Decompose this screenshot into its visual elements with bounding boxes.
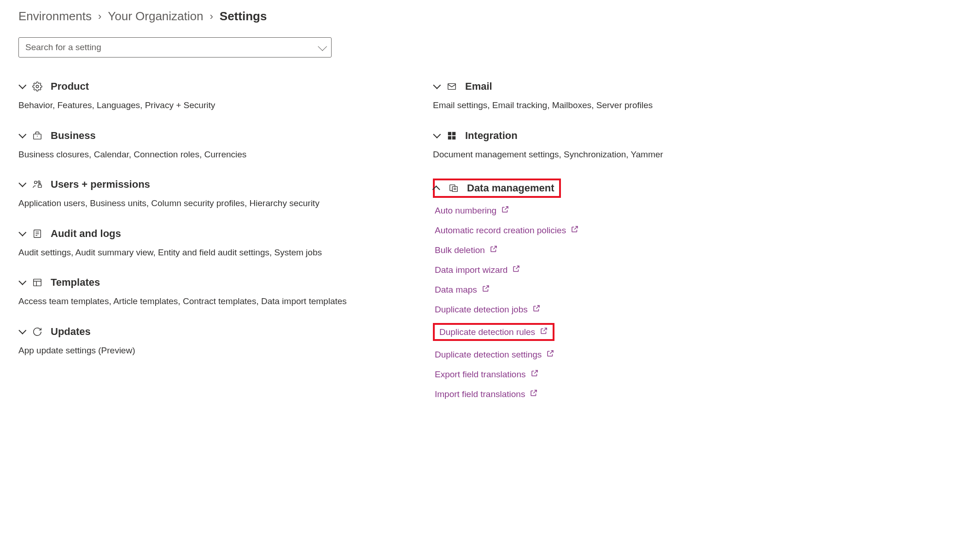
section-title: Data management [467, 182, 554, 194]
link-duplicate-detection-settings[interactable]: Duplicate detection settings [433, 348, 556, 361]
section-desc: Behavior, Features, Languages, Privacy +… [18, 99, 414, 112]
windows-icon [447, 131, 457, 141]
link-label: Duplicate detection jobs [435, 305, 528, 315]
chevron-down-icon [18, 277, 26, 285]
breadcrumb-environments[interactable]: Environments [18, 9, 92, 23]
link-bulk-deletion[interactable]: Bulk deletion [433, 244, 500, 256]
chevron-right-icon: › [98, 11, 101, 23]
svg-rect-12 [448, 84, 456, 90]
section-desc: Document management settings, Synchroniz… [433, 148, 829, 161]
svg-rect-13 [448, 132, 451, 135]
chevron-down-icon [433, 81, 441, 89]
svg-rect-4 [38, 185, 41, 188]
svg-rect-14 [452, 132, 455, 135]
section-desc: Audit settings, Audit summary view, Enti… [18, 246, 414, 259]
chevron-down-icon [433, 130, 441, 138]
link-label: Data maps [435, 285, 477, 295]
template-icon [32, 277, 42, 288]
database-icon [449, 183, 459, 193]
link-label: Duplicate detection rules [439, 327, 535, 337]
chevron-down-icon [18, 130, 26, 138]
section-desc: Application users, Business units, Colum… [18, 197, 414, 210]
breadcrumb-organization[interactable]: Your Organization [108, 9, 203, 23]
breadcrumb-current: Settings [220, 9, 267, 23]
svg-rect-16 [452, 136, 455, 139]
link-label: Export field translations [435, 369, 526, 380]
link-label: Import field translations [435, 389, 525, 399]
settings-column-left: Product Behavior, Features, Languages, P… [18, 81, 414, 418]
chevron-down-icon [18, 228, 26, 236]
refresh-icon [32, 327, 42, 337]
section-updates[interactable]: Updates [18, 326, 414, 338]
section-product[interactable]: Product [18, 81, 414, 92]
link-export-field-translations[interactable]: Export field translations [433, 368, 541, 381]
section-title: Email [465, 81, 492, 92]
external-link-icon [512, 265, 520, 275]
external-link-icon [546, 349, 554, 360]
external-link-icon [540, 327, 548, 337]
svg-rect-1 [34, 134, 41, 139]
section-desc: Business closures, Calendar, Connection … [18, 148, 414, 161]
chevron-down-icon [18, 81, 26, 89]
section-title: Audit and logs [51, 228, 121, 240]
link-auto-numbering[interactable]: Auto numbering [433, 204, 511, 217]
section-users-permissions[interactable]: Users + permissions [18, 179, 414, 190]
external-link-icon [571, 225, 579, 236]
section-desc: Email settings, Email tracking, Mailboxe… [433, 99, 829, 112]
settings-column-right: Email Email settings, Email tracking, Ma… [433, 81, 829, 418]
section-templates[interactable]: Templates [18, 277, 414, 288]
external-link-icon [531, 369, 539, 380]
chevron-right-icon: › [210, 11, 213, 23]
section-data-management[interactable]: Data management [435, 182, 554, 194]
people-lock-icon [32, 179, 42, 190]
section-title: Business [51, 130, 96, 142]
section-audit-logs[interactable]: Audit and logs [18, 228, 414, 240]
link-duplicate-detection-jobs[interactable]: Duplicate detection jobs [433, 303, 542, 316]
section-title: Users + permissions [51, 179, 150, 190]
link-label: Automatic record creation policies [435, 225, 566, 236]
link-label: Auto numbering [435, 206, 496, 216]
briefcase-icon [32, 131, 42, 141]
breadcrumb: Environments › Your Organization › Setti… [18, 9, 962, 23]
section-title: Templates [51, 277, 100, 288]
chevron-down-icon [18, 179, 26, 187]
chevron-down-icon [318, 42, 327, 51]
svg-point-3 [38, 181, 40, 183]
svg-point-0 [36, 85, 39, 88]
svg-rect-18 [452, 186, 457, 191]
mail-icon [447, 81, 457, 92]
svg-rect-9 [34, 279, 41, 286]
external-link-icon [532, 304, 541, 315]
search-input[interactable] [25, 42, 318, 52]
section-desc: App update settings (Preview) [18, 344, 414, 357]
gear-icon [32, 81, 42, 92]
section-email[interactable]: Email [433, 81, 829, 92]
link-label: Bulk deletion [435, 245, 485, 255]
link-data-maps[interactable]: Data maps [433, 283, 492, 296]
highlight-box: Duplicate detection rules [433, 323, 554, 341]
external-link-icon [490, 245, 498, 255]
link-duplicate-detection-rules[interactable]: Duplicate detection rules [438, 326, 550, 338]
link-auto-record-creation[interactable]: Automatic record creation policies [433, 224, 581, 236]
link-label: Duplicate detection settings [435, 350, 542, 360]
section-desc: Access team templates, Article templates… [18, 295, 414, 308]
link-import-field-translations[interactable]: Import field translations [433, 388, 540, 400]
svg-rect-15 [448, 136, 451, 139]
external-link-icon [501, 205, 509, 216]
link-data-import-wizard[interactable]: Data import wizard [433, 264, 522, 276]
svg-point-2 [35, 181, 37, 184]
chevron-down-icon [18, 326, 26, 334]
chevron-up-icon [432, 185, 440, 193]
highlight-box: Data management [433, 179, 561, 198]
section-title: Integration [465, 130, 518, 142]
section-title: Updates [51, 326, 91, 338]
section-title: Product [51, 81, 89, 92]
link-label: Data import wizard [435, 265, 508, 275]
list-icon [32, 229, 42, 239]
section-integration[interactable]: Integration [433, 130, 829, 142]
external-link-icon [482, 284, 490, 295]
data-management-links: Auto numbering Automatic record creation… [433, 204, 829, 400]
external-link-icon [530, 389, 538, 399]
section-business[interactable]: Business [18, 130, 414, 142]
search-combobox[interactable] [18, 37, 332, 58]
